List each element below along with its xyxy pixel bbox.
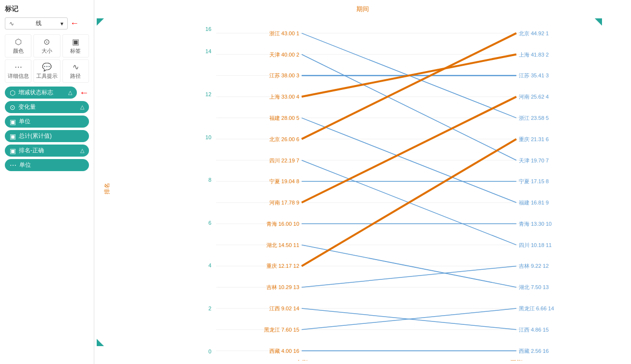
svg-text:浙江 43.00 1: 浙江 43.00 1 (269, 30, 299, 36)
path-label: 路径 (70, 73, 81, 80)
mark-type-row: ∿ 线 ▾ ← (5, 17, 89, 29)
badge-icon-5: ▣ (10, 147, 16, 155)
badge-icon-6: ⋯ (10, 161, 16, 169)
badge-change[interactable]: ⊙ 变化量 △ (5, 101, 89, 113)
badge-label-5: 排名-正确 (19, 146, 44, 155)
svg-text:天津 19.70 7: 天津 19.70 7 (519, 157, 549, 163)
svg-line-33 (302, 266, 516, 287)
tooltip-label: 工具提示 (36, 73, 58, 80)
arrow-badge-indicator: ← (79, 87, 89, 98)
svg-text:宁夏 19.04 8: 宁夏 19.04 8 (269, 178, 299, 184)
size-icon: ⊙ (44, 37, 50, 46)
badge-icon-3: ▣ (10, 118, 16, 126)
line-icon: ∿ (9, 20, 14, 27)
svg-text:江西 4.86 15: 江西 4.86 15 (519, 327, 549, 333)
svg-text:湖北 7.50 13: 湖北 7.50 13 (519, 284, 549, 290)
badge-label-1: 增减状态标志 (18, 88, 53, 97)
chevron-down-icon: ▾ (60, 20, 63, 27)
svg-text:0: 0 (208, 349, 211, 354)
svg-text:上海 33.00 4: 上海 33.00 4 (269, 94, 299, 100)
badge-icon-4: ▣ (10, 132, 16, 140)
svg-text:吉林 10.29 13: 吉林 10.29 13 (266, 284, 299, 290)
svg-text:浙江 23.58 5: 浙江 23.58 5 (519, 115, 549, 121)
sidebar: 标记 ∿ 线 ▾ ← ⬡ 颜色 ⊙ 大小 ▣ 标签 (0, 0, 94, 364)
svg-text:四川 22.19 7: 四川 22.19 7 (269, 157, 299, 163)
icon-grid: ⬡ 颜色 ⊙ 大小 ▣ 标签 ⋯ 详细信息 💬 工具提示 ∿ 路径 (5, 34, 89, 83)
tooltip-icon: 💬 (42, 62, 52, 72)
badge-label-6: 单位 (19, 161, 31, 169)
label-icon-item[interactable]: ▣ 标签 (62, 34, 89, 58)
svg-text:重庆 12.17 12: 重庆 12.17 12 (266, 263, 299, 269)
badge-delta-1: △ (68, 89, 72, 96)
svg-text:西藏 2.56 16: 西藏 2.56 16 (519, 348, 549, 354)
chart-body: 排名 0 2 4 6 8 10 12 14 16 (94, 16, 631, 361)
badge-list: ⬡ 增减状态标志 △ ← ⊙ 变化量 △ ▣ 单位 ▣ 总计(累计值) ▣ (5, 87, 89, 171)
size-label: 大小 (42, 47, 52, 55)
badge-unit-1[interactable]: ▣ 单位 (5, 116, 89, 128)
detail-label: 详细信息 (8, 73, 29, 80)
badge-label-4: 总计(累计值) (19, 132, 52, 140)
svg-text:北京 44.92 1: 北京 44.92 1 (519, 30, 549, 36)
badge-label-2: 变化量 (18, 103, 36, 111)
svg-text:青海 13.30 10: 青海 13.30 10 (519, 221, 552, 227)
detail-icon: ⋯ (15, 62, 22, 72)
label-icon: ▣ (72, 37, 79, 46)
svg-text:河南 25.62 4: 河南 25.62 4 (519, 94, 549, 100)
svg-text:上海 41.83 2: 上海 41.83 2 (519, 51, 549, 57)
svg-text:江苏 38.00 3: 江苏 38.00 3 (269, 73, 299, 78)
size-icon-item[interactable]: ⊙ 大小 (33, 34, 60, 58)
main-container: 标记 ∿ 线 ▾ ← ⬡ 颜色 ⊙ 大小 ▣ 标签 (0, 0, 631, 364)
badge-label-3: 单位 (19, 117, 30, 126)
svg-text:江苏 35.41 3: 江苏 35.41 3 (519, 73, 549, 78)
mark-type-label: 线 (36, 19, 42, 28)
badge-delta-5: △ (80, 147, 84, 154)
svg-text:黑龙江 7.60 15: 黑龙江 7.60 15 (264, 327, 299, 333)
svg-text:青海 16.00 10: 青海 16.00 10 (266, 221, 299, 227)
sidebar-title: 标记 (5, 5, 89, 14)
svg-text:同期: 同期 (510, 360, 523, 361)
svg-text:吉林 9.22 12: 吉林 9.22 12 (519, 263, 549, 269)
chart-title: 期间 (94, 2, 631, 16)
svg-text:16: 16 (205, 26, 211, 32)
svg-text:6: 6 (208, 220, 211, 226)
svg-line-38 (302, 33, 516, 139)
badge-total[interactable]: ▣ 总计(累计值) (5, 130, 89, 142)
svg-text:宁夏 17.15 8: 宁夏 17.15 8 (519, 178, 549, 184)
color-icon-item[interactable]: ⬡ 颜色 (5, 34, 31, 58)
svg-text:重庆 21.31 6: 重庆 21.31 6 (519, 136, 549, 142)
badge-increase-status[interactable]: ⬡ 增减状态标志 △ (5, 87, 77, 99)
svg-text:14: 14 (205, 48, 211, 54)
svg-text:天津 40.00 2: 天津 40.00 2 (269, 51, 299, 57)
badge-rank[interactable]: ▣ 排名-正确 △ (5, 145, 89, 157)
color-icon: ⬡ (15, 37, 22, 46)
svg-text:江西 9.02 14: 江西 9.02 14 (269, 306, 299, 311)
mark-type-select[interactable]: ∿ 线 ▾ (5, 17, 68, 29)
chart-svg: 排名 0 2 4 6 8 10 12 14 16 (94, 16, 631, 361)
svg-text:12: 12 (205, 91, 211, 97)
svg-text:西藏 4.00 16: 西藏 4.00 16 (269, 348, 299, 354)
svg-text:四川 10.18 11: 四川 10.18 11 (519, 242, 552, 248)
tooltip-icon-item[interactable]: 💬 工具提示 (33, 59, 60, 83)
badge-delta-2: △ (80, 104, 84, 110)
svg-text:10: 10 (205, 134, 211, 140)
svg-text:当期: 当期 (295, 360, 308, 361)
label-label: 标签 (70, 47, 81, 55)
detail-icon-item[interactable]: ⋯ 详细信息 (5, 59, 31, 83)
svg-line-26 (302, 54, 516, 160)
svg-line-39 (302, 97, 516, 203)
svg-text:2: 2 (208, 306, 211, 311)
svg-text:4: 4 (208, 262, 211, 268)
arrow-indicator: ← (70, 18, 79, 29)
svg-text:福建 28.00 5: 福建 28.00 5 (269, 115, 299, 121)
path-icon: ∿ (73, 62, 79, 72)
badge-icon-1: ⬡ (10, 89, 15, 97)
svg-text:湖北 14.50 11: 湖北 14.50 11 (266, 242, 299, 248)
path-icon-item[interactable]: ∿ 路径 (62, 59, 89, 83)
svg-text:福建 16.81 9: 福建 16.81 9 (519, 200, 549, 205)
svg-text:8: 8 (208, 177, 211, 183)
badge-icon-2: ⊙ (10, 103, 15, 111)
svg-text:北京 26.00 6: 北京 26.00 6 (269, 136, 299, 142)
chart-area: 期间 排名 0 2 4 6 8 (94, 0, 631, 364)
badge-unit-2[interactable]: ⋯ 单位 (5, 159, 89, 171)
svg-text:黑龙江 6.66 14: 黑龙江 6.66 14 (519, 306, 554, 311)
